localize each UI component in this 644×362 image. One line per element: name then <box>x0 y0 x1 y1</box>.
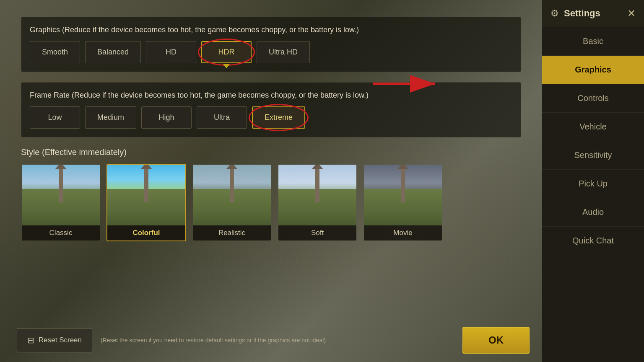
style-realistic-card[interactable]: Realistic <box>192 164 272 241</box>
style-colorful-label: Colorful <box>107 225 185 240</box>
reset-screen-button[interactable]: ⊟ Reset Screen <box>17 328 92 352</box>
main-panel: Graphics (Reduce if the device becomes t… <box>0 0 542 362</box>
sidebar-item-pickup[interactable]: Pick Up <box>542 170 644 198</box>
sidebar-item-basic[interactable]: Basic <box>542 27 644 56</box>
settings-title-group: ⚙ Settings <box>551 8 600 19</box>
sidebar-item-audio[interactable]: Audio <box>542 198 644 227</box>
sidebar-item-graphics[interactable]: Graphics <box>542 56 644 84</box>
graphics-quality-section: Graphics (Reduce if the device becomes t… <box>21 17 521 72</box>
reset-description: (Reset the screen if you need to restore… <box>101 337 454 344</box>
frame-rate-section: Frame Rate (Reduce if the device becomes… <box>21 82 521 137</box>
style-movie-img <box>364 165 442 225</box>
gear-icon: ⚙ <box>551 8 559 19</box>
style-section: Style (Effective immediately) Classic Co… <box>21 147 521 241</box>
smooth-btn[interactable]: Smooth <box>30 41 80 63</box>
style-realistic-img <box>193 165 271 225</box>
style-grid: Classic Colorful Realistic Soft <box>21 164 521 241</box>
nav-items: Basic Graphics Controls Vehicle Sensitiv… <box>542 27 644 362</box>
style-colorful-card[interactable]: Colorful <box>106 164 186 241</box>
low-btn[interactable]: Low <box>30 106 80 129</box>
sidebar-item-quickchat[interactable]: Quick Chat <box>542 227 644 255</box>
sidebar: ⚙ Settings ✕ Basic Graphics Controls Veh… <box>542 0 644 362</box>
reset-icon: ⊟ <box>27 335 34 345</box>
high-btn[interactable]: High <box>141 106 192 129</box>
frame-rate-box: Frame Rate (Reduce if the device becomes… <box>21 82 521 137</box>
balanced-btn[interactable]: Balanced <box>85 41 141 63</box>
tower-classic <box>59 169 63 202</box>
tower-movie <box>401 169 405 202</box>
style-classic-label: Classic <box>22 225 100 240</box>
graphics-quality-box: Graphics (Reduce if the device becomes t… <box>21 17 521 72</box>
tower-colorful <box>144 169 148 202</box>
style-classic-card[interactable]: Classic <box>21 164 101 241</box>
style-soft-label: Soft <box>278 225 356 240</box>
style-classic-img <box>22 165 100 225</box>
style-movie-label: Movie <box>364 225 442 240</box>
style-colorful-img <box>107 165 185 225</box>
ultra-btn[interactable]: Ultra <box>197 106 247 129</box>
settings-header: ⚙ Settings ✕ <box>542 0 644 27</box>
extreme-btn[interactable]: Extreme <box>252 106 305 129</box>
hdr-btn[interactable]: HDR <box>201 41 252 63</box>
bottom-bar: ⊟ Reset Screen (Reset the screen if you … <box>17 327 530 354</box>
close-button[interactable]: ✕ <box>627 8 636 19</box>
ultra-hd-btn[interactable]: Ultra HD <box>257 41 310 63</box>
settings-title: Settings <box>564 8 600 19</box>
hd-btn[interactable]: HD <box>146 41 196 63</box>
style-realistic-label: Realistic <box>193 225 271 240</box>
style-soft-card[interactable]: Soft <box>278 164 357 241</box>
sidebar-item-vehicle[interactable]: Vehicle <box>542 113 644 141</box>
ok-button[interactable]: OK <box>462 327 530 354</box>
style-title: Style (Effective immediately) <box>21 147 521 157</box>
reset-label: Reset Screen <box>39 336 82 344</box>
style-soft-img <box>278 165 356 225</box>
tower-realistic <box>230 169 234 202</box>
down-arrow <box>223 64 230 68</box>
graphics-quality-buttons: Smooth Balanced HD HDR Ultra HD <box>30 41 512 63</box>
tower-soft <box>315 169 319 202</box>
graphics-quality-label: Graphics (Reduce if the device becomes t… <box>30 26 512 34</box>
sidebar-item-controls[interactable]: Controls <box>542 84 644 113</box>
frame-rate-buttons: Low Medium High Ultra Extreme <box>30 106 512 129</box>
sidebar-item-sensitivity[interactable]: Sensitivity <box>542 141 644 170</box>
frame-rate-label: Frame Rate (Reduce if the device becomes… <box>30 91 512 100</box>
style-movie-card[interactable]: Movie <box>363 164 443 241</box>
medium-btn[interactable]: Medium <box>85 106 136 129</box>
